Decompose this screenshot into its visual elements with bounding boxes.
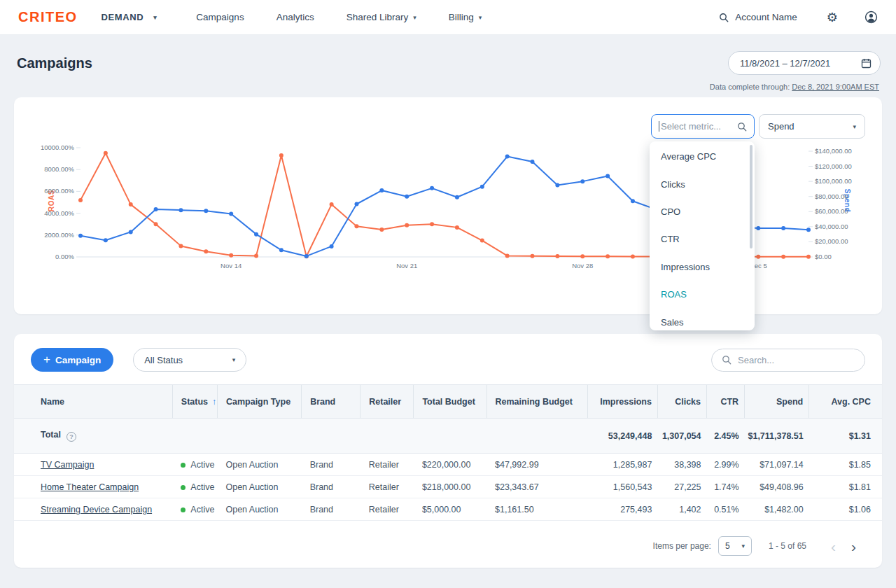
search-icon [722,355,732,365]
table-toolbar: + Campaign All Status ▾ [14,334,882,372]
calendar-icon [861,58,872,69]
search-input[interactable] [738,355,861,365]
column-header-status[interactable]: Status↑ [172,385,217,419]
svg-text:6000.00%: 6000.00% [44,187,74,195]
table-header-row: NameStatus↑Campaign TypeBrandRetailerTot… [14,385,882,419]
status-filter-value: All Status [144,355,183,365]
search-icon [719,13,729,22]
chevron-down-icon: ▾ [153,14,157,21]
metric-option-ctr[interactable]: CTR [650,225,755,253]
metric-option-average-cpc[interactable]: Average CPC [650,143,755,170]
metric-option-impressions[interactable]: Impressions [650,253,755,281]
add-campaign-label: Campaign [55,355,101,365]
svg-text:10000.00%: 10000.00% [41,144,75,151]
items-per-page-label: Items per page: [653,541,711,551]
data-complete-prefix: Data complete through: [710,83,790,91]
gear-icon[interactable]: ⚙ [827,11,838,24]
nav-item-campaigns[interactable]: Campaigns [196,12,244,22]
status-active-dot [181,507,186,512]
account-search[interactable]: Account Name [719,12,797,22]
topbar-right: Account Name ⚙ [719,10,878,24]
metrics-chart-card: Select metric... Spend ▾ Average CPCClic… [14,97,882,314]
campaign-row: Home Theater CampaignActiveOpen AuctionB… [14,476,882,498]
previous-page-button[interactable]: ‹ [823,539,844,554]
campaigns-table-card: + Campaign All Status ▾ NameStatus↑Campa… [14,334,882,568]
column-header-clicks[interactable]: Clicks [657,385,706,419]
metric-dropdown: Average CPCClicksCPOCTRImpressionsROASSa… [650,141,755,330]
svg-text:4000.00%: 4000.00% [44,209,74,217]
svg-text:$140,000.00: $140,000.00 [815,147,852,155]
campaign-name-link[interactable]: TV Campaign [41,460,94,470]
page-title: Campaigns [17,55,92,71]
nav-item-label: Billing [449,12,474,22]
top-navigation-bar: CRITEO DEMAND ▾ CampaignsAnalyticsShared… [0,0,896,35]
metric-picker-input[interactable]: Select metric... [651,114,755,139]
column-header-label: Retailer [369,397,401,407]
nav-item-label: Analytics [276,12,314,22]
right-metric-select[interactable]: Spend ▾ [759,114,865,139]
nav-item-billing[interactable]: Billing▾ [449,12,482,22]
date-range-value: 11/8/2021 – 12/7/2021 [740,58,830,69]
next-page-button[interactable]: › [844,539,864,554]
svg-text:0.00%: 0.00% [55,253,74,260]
data-complete-link[interactable]: Dec 8, 2021 9:00AM EST [792,83,879,91]
column-header-label: Clicks [675,397,701,407]
metric-option-sales[interactable]: Sales [650,308,755,330]
column-header-label: Total Budget [422,397,475,407]
user-avatar-icon[interactable] [864,10,878,24]
column-header-retailer[interactable]: Retailer [360,385,414,419]
status-label: Active [190,460,214,470]
campaign-name-link[interactable]: Home Theater Campaign [41,482,139,492]
metric-option-cpo[interactable]: CPO [650,198,755,225]
chevron-down-icon: ▾ [413,14,416,21]
nav-item-shared-library[interactable]: Shared Library▾ [346,12,416,22]
campaigns-tbody: Total?53,249,4481,307,0542.45%$1,711,378… [14,419,882,521]
svg-text:$40,000.00: $40,000.00 [815,223,848,230]
metric-option-roas[interactable]: ROAS [650,281,755,308]
svg-text:$80,000.00: $80,000.00 [815,192,848,200]
search-icon [737,122,747,132]
status-filter-select[interactable]: All Status ▾ [133,348,246,372]
campaign-row: TV CampaignActiveOpen AuctionBrandRetail… [14,454,882,476]
status-active-dot [181,463,186,468]
column-header-total-budget[interactable]: Total Budget [414,385,486,419]
column-header-impressions[interactable]: Impressions [587,385,657,419]
column-header-label: Impressions [600,397,652,407]
section-label: DEMAND [102,12,144,22]
help-icon[interactable]: ? [66,432,76,442]
nav-item-label: Campaigns [196,12,244,22]
dropdown-scrollbar[interactable] [750,145,752,248]
status-label: Active [190,505,214,514]
add-campaign-button[interactable]: + Campaign [31,348,113,372]
criteo-logo[interactable]: CRITEO [18,9,78,25]
table-total-row: Total?53,249,4481,307,0542.45%$1,711,378… [14,419,882,454]
svg-text:Nov 14: Nov 14 [220,262,241,270]
metric-option-clicks[interactable]: Clicks [650,170,755,197]
column-header-spend[interactable]: Spend [745,385,809,419]
page-header: Campaigns 11/8/2021 – 12/7/2021 [0,35,896,77]
total-label: Total [41,430,61,440]
demand-section-switcher[interactable]: DEMAND ▾ [102,12,158,22]
right-metric-value: Spend [768,121,794,132]
svg-text:$20,000.00: $20,000.00 [815,237,848,245]
column-header-name[interactable]: Name [14,385,172,419]
column-header-label: Name [41,397,64,407]
table-search [711,349,865,372]
column-header-label: Remaining Budget [496,397,573,407]
column-header-avg-cpc[interactable]: Avg. CPC [809,385,882,419]
nav-item-analytics[interactable]: Analytics [276,12,314,22]
text-cursor [659,121,659,132]
column-header-brand[interactable]: Brand [302,385,360,419]
chevron-down-icon: ▾ [232,356,236,363]
chevron-down-icon: ▾ [741,542,745,550]
column-header-ctr[interactable]: CTR [707,385,745,419]
svg-text:$0.00: $0.00 [815,253,832,260]
status-label: Active [190,482,214,492]
items-per-page-select[interactable]: 5 ▾ [718,536,752,556]
campaign-name-link[interactable]: Streaming Device Campaign [41,505,152,514]
date-range-picker[interactable]: 11/8/2021 – 12/7/2021 [728,51,881,75]
column-header-remaining-budget[interactable]: Remaining Budget [486,385,587,419]
column-header-campaign-type[interactable]: Campaign Type [217,385,301,419]
pagination-bar: Items per page: 5 ▾ 1 - 5 of 65 ‹ › [14,521,882,556]
svg-text:$60,000.00: $60,000.00 [815,207,848,215]
